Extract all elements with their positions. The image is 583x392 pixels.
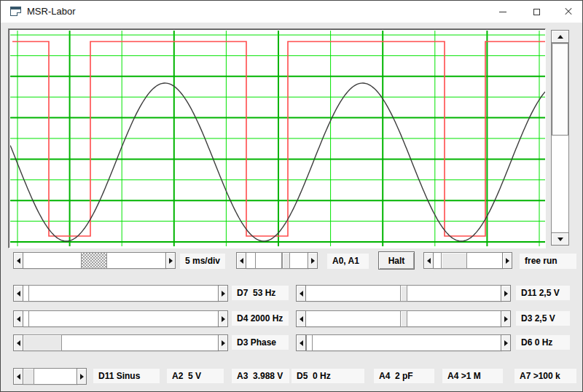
d4-scroll-left-button[interactable] [13,310,23,327]
d7-frequency-label: D7 53 Hz [232,286,289,300]
d11-waveform-scroll-left-button[interactable] [13,368,23,385]
d11-voltage-scrollbar[interactable] [296,285,511,302]
scroll-left-arrow-icon [17,340,20,346]
runmode-scroll-right-button[interactable] [502,252,512,269]
scroll-left-arrow-icon [17,374,20,380]
window-title: MSR-Labor [27,6,75,17]
d3-phase-scrollbar[interactable] [13,334,228,351]
runmode-scrollbar-thumb[interactable] [441,252,467,269]
scroll-right-arrow-icon [504,291,508,297]
scroll-down-button[interactable] [551,232,569,246]
scroll-right-arrow-icon [311,258,315,264]
d3-phase-scroll-left-button[interactable] [13,334,23,351]
timebase-scrollbar-thumb[interactable] [81,252,107,269]
d3-voltage-scroll-right-button[interactable] [501,310,511,327]
d7-scrollbar-thumb[interactable] [23,285,29,302]
d3-voltage-scroll-left-button[interactable] [296,310,306,327]
runmode-label: free run [520,254,576,269]
timebase-scroll-left-button[interactable] [13,252,23,269]
timebase-scroll-right-button[interactable] [165,252,176,269]
title-bar: MSR-Labor [1,1,582,23]
a4-resistance-readout: A4 >1 M [442,369,503,383]
scope-canvas [10,31,545,246]
scroll-right-arrow-icon [222,316,225,322]
d3-phase-scrollbar-thumb[interactable] [23,334,62,351]
a3-readout: A3 3.988 V [232,369,289,383]
channel-select-scrollbar[interactable] [236,252,318,269]
a4-capacitance-readout: A4 2 pF [374,369,434,383]
app-window: MSR-Labor 5 ms/div A0, A1 Halt free run [0,0,583,392]
runmode-scroll-left-button[interactable] [423,252,434,269]
scroll-left-arrow-icon [17,316,20,322]
scroll-left-arrow-icon [17,291,20,297]
scroll-down-arrow-icon [557,238,563,241]
channel-scroll-left-button[interactable] [236,252,246,269]
channel-scroll-right-button[interactable] [308,252,318,269]
a7-readout: A7 >100 k [514,369,576,383]
scope-panel [8,28,546,248]
d3-voltage-label: D3 2,5 V [516,311,570,326]
scroll-right-arrow-icon [80,374,84,380]
scroll-right-arrow-icon [506,258,509,264]
minimize-button[interactable] [486,1,520,23]
d11-waveform-label: D11 Sinus [93,369,160,383]
d6-frequency-label: D6 0 Hz [516,335,570,350]
scroll-left-arrow-icon [300,291,303,297]
maximize-button[interactable] [520,1,553,23]
runmode-scrollbar[interactable] [423,252,512,269]
d3-voltage-scrollbar-thumb[interactable] [400,310,407,327]
channel-label: A0, A1 [327,254,369,269]
scroll-left-arrow-icon [17,258,20,264]
d11-voltage-scrollbar-thumb[interactable] [400,285,407,302]
maximize-icon [533,9,540,15]
vertical-scrollbar-thumb[interactable] [552,43,568,136]
d4-scrollbar-track[interactable] [23,310,219,327]
d7-scroll-right-button[interactable] [218,285,228,302]
d6-scroll-right-button[interactable] [501,334,511,351]
scroll-right-arrow-icon [504,316,508,322]
close-icon [564,7,573,16]
a2-readout: A2 5 V [167,369,224,383]
d6-frequency-scrollbar[interactable] [296,334,511,351]
minimize-icon [499,12,506,12]
d7-frequency-scrollbar[interactable] [13,285,228,302]
scroll-left-arrow-icon [300,316,303,322]
d6-scroll-left-button[interactable] [296,334,306,351]
d3-phase-label: D3 Phase [232,335,289,350]
d3-phase-scroll-right-button[interactable] [218,334,228,351]
d11-waveform-scrollbar-thumb[interactable] [23,368,34,385]
channel-select-scrollbar-thumb-grip[interactable] [282,252,290,269]
scroll-right-arrow-icon [504,340,508,346]
vertical-scrollbar[interactable] [551,30,569,246]
d11-voltage-scroll-right-button[interactable] [501,285,511,302]
halt-button[interactable]: Halt [378,251,415,270]
d3-voltage-scrollbar[interactable] [296,310,511,327]
scroll-right-arrow-icon [169,258,173,264]
timebase-label: 5 ms/div [180,254,225,269]
d11-voltage-label: D11 2,5 V [516,286,570,300]
timebase-scrollbar[interactable] [13,252,176,269]
d7-scroll-left-button[interactable] [13,285,23,302]
d11-waveform-scrollbar[interactable] [13,368,87,385]
d4-frequency-label: D4 2000 Hz [232,311,289,326]
d4-scroll-right-button[interactable] [218,310,228,327]
scroll-left-arrow-icon [240,258,243,264]
d4-frequency-scrollbar[interactable] [13,310,228,327]
scroll-up-arrow-icon [557,35,563,39]
d6-scrollbar-thumb[interactable] [306,334,313,351]
scroll-left-arrow-icon [300,340,303,346]
d5-readout: D5 0 Hz [292,369,364,383]
d6-scrollbar-track[interactable] [305,334,501,351]
channel-select-scrollbar-thumb[interactable] [255,252,282,269]
close-button[interactable] [553,1,583,23]
scroll-up-button[interactable] [551,30,569,43]
d4-scrollbar-thumb[interactable] [23,310,29,327]
d7-scrollbar-track[interactable] [23,285,219,302]
d11-waveform-scroll-right-button[interactable] [77,368,87,385]
scroll-right-arrow-icon [222,340,225,346]
scroll-left-arrow-icon [427,258,431,264]
d11-voltage-scroll-left-button[interactable] [296,285,306,302]
scroll-right-arrow-icon [222,291,225,297]
app-icon [10,7,21,16]
